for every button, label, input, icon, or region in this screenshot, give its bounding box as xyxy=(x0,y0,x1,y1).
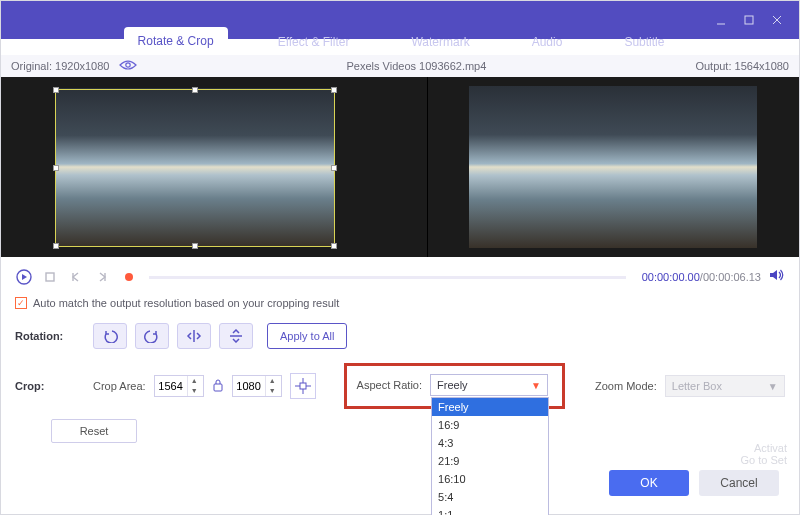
tab-bar: Rotate & Crop Effect & Filter Watermark … xyxy=(1,25,799,55)
aspect-ratio-group: Aspect Ratio: Freely ▼ Freely 16:9 4:3 2… xyxy=(344,363,565,409)
rotation-label: Rotation: xyxy=(15,330,85,342)
ok-button[interactable]: OK xyxy=(609,470,689,496)
crop-handle-sw[interactable] xyxy=(53,243,59,249)
reset-button[interactable]: Reset xyxy=(51,419,137,443)
timeline-slider[interactable] xyxy=(149,276,626,279)
automatch-row: ✓ Auto match the output resolution based… xyxy=(15,297,785,309)
output-preview xyxy=(428,77,800,257)
crop-rectangle[interactable] xyxy=(55,89,335,247)
aspect-ratio-list: Freely 16:9 4:3 21:9 16:10 5:4 1:1 9:16 xyxy=(431,397,549,515)
caret-down-icon: ▼ xyxy=(768,381,778,392)
svg-rect-6 xyxy=(46,273,54,281)
svg-rect-11 xyxy=(214,384,222,391)
tab-audio[interactable]: Audio xyxy=(520,29,575,55)
center-crop-button[interactable] xyxy=(290,373,316,399)
lock-aspect-icon[interactable] xyxy=(212,378,224,394)
aspect-option-16-9[interactable]: 16:9 xyxy=(432,416,548,434)
aspect-option-freely[interactable]: Freely xyxy=(432,398,548,416)
crop-handle-nw[interactable] xyxy=(53,87,59,93)
output-thumbnail xyxy=(469,86,757,248)
tab-rotate-crop[interactable]: Rotate & Crop xyxy=(124,27,228,55)
crop-width-input[interactable] xyxy=(155,380,187,392)
rotate-left-button[interactable] xyxy=(93,323,127,349)
info-bar: Original: 1920x1080 Pexels Videos 109366… xyxy=(1,55,799,77)
stop-button[interactable] xyxy=(41,268,59,286)
svg-point-4 xyxy=(126,63,130,67)
tab-subtitle[interactable]: Subtitle xyxy=(612,29,676,55)
crop-height-spinner[interactable]: ▲▼ xyxy=(232,375,282,397)
rotation-row: Rotation: Apply to All xyxy=(15,323,785,349)
preview-eye-icon[interactable] xyxy=(119,59,137,73)
prev-frame-button[interactable] xyxy=(67,268,85,286)
automatch-checkbox[interactable]: ✓ xyxy=(15,297,27,309)
svg-rect-1 xyxy=(745,16,753,24)
crop-handle-e[interactable] xyxy=(331,165,337,171)
aspect-ratio-dropdown[interactable]: Freely ▼ Freely 16:9 4:3 21:9 16:10 5:4 … xyxy=(430,374,548,396)
crop-handle-se[interactable] xyxy=(331,243,337,249)
zoom-mode-dropdown[interactable]: Letter Box ▼ xyxy=(665,375,785,397)
original-label: Original: 1920x1080 xyxy=(11,60,109,72)
svg-rect-16 xyxy=(300,383,306,389)
width-up[interactable]: ▲ xyxy=(188,376,201,386)
next-frame-button[interactable] xyxy=(93,268,111,286)
zoom-mode-value: Letter Box xyxy=(672,380,722,392)
zoom-mode-label: Zoom Mode: xyxy=(595,380,657,392)
tab-effect-filter[interactable]: Effect & Filter xyxy=(266,29,362,55)
preview-row xyxy=(1,77,799,257)
tab-watermark[interactable]: Watermark xyxy=(399,29,481,55)
height-down[interactable]: ▼ xyxy=(266,386,279,396)
crop-handle-s[interactable] xyxy=(192,243,198,249)
zoom-mode-group: Zoom Mode: Letter Box ▼ xyxy=(595,375,785,397)
apply-to-all-button[interactable]: Apply to All xyxy=(267,323,347,349)
footer-buttons: OK Cancel xyxy=(609,470,779,496)
crop-label: Crop: xyxy=(15,380,85,392)
crop-area-label: Crop Area: xyxy=(93,380,146,392)
aspect-option-1-1[interactable]: 1:1 xyxy=(432,506,548,515)
height-up[interactable]: ▲ xyxy=(266,376,279,386)
aspect-option-4-3[interactable]: 4:3 xyxy=(432,434,548,452)
output-label: Output: 1564x1080 xyxy=(695,60,789,72)
source-preview[interactable] xyxy=(1,77,427,257)
crop-handle-n[interactable] xyxy=(192,87,198,93)
aspect-ratio-label: Aspect Ratio: xyxy=(357,379,422,391)
time-display: 00:00:00.00/00:00:06.13 xyxy=(642,271,761,283)
flip-horizontal-button[interactable] xyxy=(177,323,211,349)
crop-row: Crop: Crop Area: ▲▼ ▲▼ Aspect Ratio: Fre… xyxy=(15,363,785,409)
aspect-option-16-10[interactable]: 16:10 xyxy=(432,470,548,488)
aspect-option-21-9[interactable]: 21:9 xyxy=(432,452,548,470)
aspect-option-5-4[interactable]: 5:4 xyxy=(432,488,548,506)
crop-width-spinner[interactable]: ▲▼ xyxy=(154,375,204,397)
flip-vertical-button[interactable] xyxy=(219,323,253,349)
width-down[interactable]: ▼ xyxy=(188,386,201,396)
automatch-label: Auto match the output resolution based o… xyxy=(33,297,339,309)
playback-row: 00:00:00.00/00:00:06.13 xyxy=(15,263,785,291)
rotate-right-button[interactable] xyxy=(135,323,169,349)
playhead-marker[interactable] xyxy=(125,273,133,281)
volume-icon[interactable] xyxy=(769,268,785,286)
cancel-button[interactable]: Cancel xyxy=(699,470,779,496)
crop-height-input[interactable] xyxy=(233,380,265,392)
crop-handle-w[interactable] xyxy=(53,165,59,171)
caret-down-icon: ▼ xyxy=(531,380,541,391)
play-button[interactable] xyxy=(15,268,33,286)
filename-label: Pexels Videos 1093662.mp4 xyxy=(137,60,695,72)
controls-panel: 00:00:00.00/00:00:06.13 ✓ Auto match the… xyxy=(1,257,799,449)
aspect-ratio-value: Freely xyxy=(437,379,468,391)
crop-handle-ne[interactable] xyxy=(331,87,337,93)
editor-window: Rotate & Crop Effect & Filter Watermark … xyxy=(0,0,800,515)
